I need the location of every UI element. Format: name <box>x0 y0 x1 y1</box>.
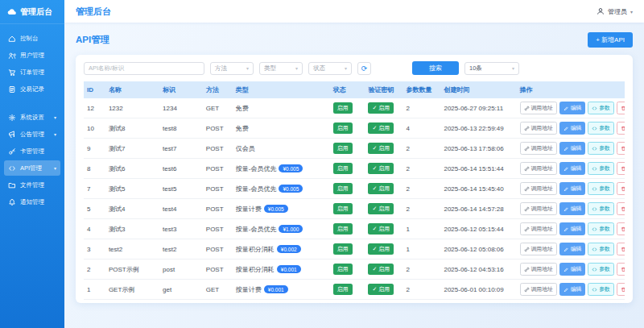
chevron-down-icon: ▾ <box>630 9 633 15</box>
status-badge: 启用 <box>333 243 353 255</box>
call-address-button[interactable]: 调用地址 <box>520 142 557 155</box>
edit-button[interactable]: 编辑 <box>559 122 586 135</box>
type-label: 按量积分消耗 <box>236 266 275 273</box>
call-address-button[interactable]: 调用地址 <box>520 222 557 235</box>
call-address-button[interactable]: 调用地址 <box>520 202 557 215</box>
edit-button[interactable]: 编辑 <box>559 162 586 175</box>
page-title: API管理 <box>76 34 109 46</box>
cell-id: 7 <box>84 179 105 199</box>
cell-verify: ✓ 启用 <box>365 159 402 179</box>
cell-created-at: 2025-06-14 15:45:40 <box>440 179 516 199</box>
sidebar-item-cardkeys[interactable]: 卡密管理 <box>4 143 60 159</box>
cell-type: 按量计费¥0.001 <box>233 280 330 300</box>
sidebar-item-announcements[interactable]: 公告管理▾ <box>4 127 60 142</box>
delete-button[interactable]: 删除 <box>617 263 625 276</box>
call-address-button[interactable]: 调用地址 <box>520 243 557 255</box>
delete-button[interactable]: 删除 <box>617 243 625 255</box>
column-header: 操作 <box>517 81 625 98</box>
edit-button[interactable]: 编辑 <box>559 202 586 215</box>
params-button[interactable]: 参数 <box>588 122 614 135</box>
status-badge: 启用 <box>333 122 353 134</box>
method-select[interactable]: 方法 ▾ <box>210 62 254 75</box>
params-button[interactable]: 参数 <box>588 162 614 175</box>
params-button[interactable]: 参数 <box>588 263 614 276</box>
add-api-button[interactable]: + 新增API <box>588 32 633 48</box>
status-badge: 启用 <box>333 143 353 154</box>
cell-type: 按量计费¥0.005 <box>233 199 330 219</box>
sidebar-item-label: 文件管理 <box>20 181 44 189</box>
params-button[interactable]: 参数 <box>588 182 614 195</box>
sidebar-item-users[interactable]: 用户管理 <box>4 48 60 63</box>
delete-button[interactable]: 删除 <box>617 162 625 175</box>
delete-button[interactable]: 删除 <box>617 222 625 235</box>
refresh-button[interactable]: ⟳ <box>357 62 371 75</box>
params-button-label: 参数 <box>599 205 610 213</box>
verify-key-badge: ✓ 启用 <box>368 203 394 214</box>
delete-button[interactable]: 删除 <box>617 102 625 114</box>
sidebar-item-files[interactable]: 文件管理 <box>4 177 60 193</box>
api-table: ID名称标识方法类型状态验证密钥参数数量创建时间操作 1212321234GET… <box>84 81 625 300</box>
trash-icon <box>621 287 625 293</box>
column-header: 参数数量 <box>402 81 440 98</box>
edit-button[interactable]: 编辑 <box>559 283 586 296</box>
table-row: 3test2test2POST按量积分消耗¥0.002启用✓ 启用12025-0… <box>84 239 625 259</box>
params-button[interactable]: 参数 <box>588 202 614 215</box>
delete-button[interactable]: 删除 <box>617 182 625 195</box>
delete-button[interactable]: 删除 <box>617 202 625 215</box>
table-row: 1GET示例getGET按量计费¥0.001启用✓ 启用22025-06-01 … <box>84 280 625 300</box>
sidebar-item-notifications[interactable]: 通知管理 <box>4 194 60 210</box>
delete-button[interactable]: 删除 <box>617 142 625 155</box>
cell-type: 按量积分消耗¥0.001 <box>233 259 330 280</box>
sidebar-nav: 控制台用户管理订单管理交易记录系统设置▾公告管理▾卡密管理API管理▾文件管理通… <box>0 24 64 210</box>
params-button[interactable]: 参数 <box>588 102 614 114</box>
page-size-select[interactable]: 10条 ▾ <box>464 62 519 75</box>
sidebar-item-api[interactable]: API管理▾ <box>4 160 60 176</box>
chevron-down-icon: ▾ <box>54 131 56 137</box>
edit-button[interactable]: 编辑 <box>559 102 586 114</box>
cell-name: 测试6 <box>105 159 159 179</box>
sidebar-item-settings[interactable]: 系统设置▾ <box>4 110 60 125</box>
call-address-button[interactable]: 调用地址 <box>520 162 557 175</box>
edit-button[interactable]: 编辑 <box>559 222 586 235</box>
call-address-button[interactable]: 调用地址 <box>520 283 557 296</box>
search-button[interactable]: 搜索 <box>412 61 459 75</box>
price-badge: ¥0.005 <box>264 205 288 213</box>
call-address-button[interactable]: 调用地址 <box>520 122 557 135</box>
params-button[interactable]: 参数 <box>588 142 614 155</box>
call-address-button[interactable]: 调用地址 <box>520 102 557 114</box>
edit-button[interactable]: 编辑 <box>559 263 586 276</box>
pencil-icon <box>564 206 569 212</box>
price-badge: ¥0.002 <box>277 245 301 253</box>
row-actions: 调用地址编辑参数删除 <box>520 222 621 235</box>
call-address-button[interactable]: 调用地址 <box>520 182 557 195</box>
sidebar-item-dashboard[interactable]: 控制台 <box>4 31 60 46</box>
status-select[interactable]: 状态 ▾ <box>308 62 352 75</box>
delete-button[interactable]: 删除 <box>617 122 625 135</box>
pencil-icon <box>564 247 569 252</box>
verify-key-badge: ✓ 启用 <box>368 243 394 255</box>
params-button-label: 参数 <box>599 245 610 253</box>
params-button[interactable]: 参数 <box>588 222 614 235</box>
type-select[interactable]: 类型 ▾ <box>259 62 303 75</box>
delete-button[interactable]: 删除 <box>617 283 625 296</box>
cell-slug: get <box>159 280 203 300</box>
sidebar-item-records[interactable]: 交易记录 <box>4 81 60 97</box>
cell-type: 免费 <box>233 118 330 139</box>
api-table-card: 方法 ▾ 类型 ▾ 状态 ▾ ⟳ 搜索 10条 ▾ <box>76 55 633 303</box>
cell-created-at: 2025-06-27 09:25:11 <box>440 98 516 118</box>
user-menu[interactable]: 管理员 ▾ <box>597 7 633 16</box>
pencil-icon <box>564 126 569 131</box>
edit-button[interactable]: 编辑 <box>559 243 586 255</box>
cell-param-count: 1 <box>402 219 440 239</box>
trash-icon <box>621 126 625 131</box>
params-button[interactable]: 参数 <box>588 283 614 296</box>
edit-button[interactable]: 编辑 <box>559 142 586 155</box>
edit-button[interactable]: 编辑 <box>559 182 586 195</box>
cell-actions: 调用地址编辑参数删除 <box>517 259 625 280</box>
cell-type: 按量积分消耗¥0.002 <box>233 239 330 259</box>
sidebar-item-orders[interactable]: 订单管理 <box>4 64 60 80</box>
sidebar-item-label: API管理 <box>20 164 42 172</box>
call-address-button[interactable]: 调用地址 <box>520 263 557 276</box>
keyword-search-input[interactable] <box>84 62 204 75</box>
params-button[interactable]: 参数 <box>588 243 614 255</box>
